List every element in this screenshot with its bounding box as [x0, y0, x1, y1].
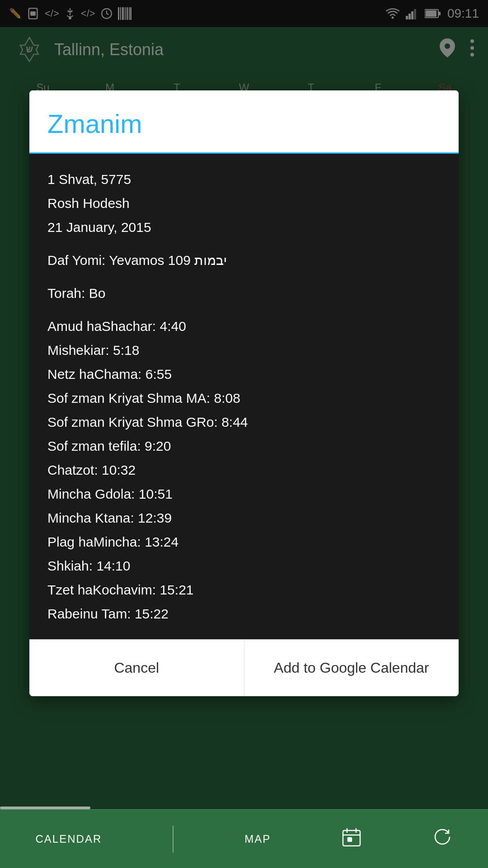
- refresh-icon: [432, 827, 452, 851]
- dialog-content: 1 Shvat, 5775 Rosh Hodesh 21 January, 20…: [29, 154, 459, 639]
- nav-calendar-label: CALENDAR: [36, 833, 102, 845]
- time-line-2: Netz haChama: 6:55: [47, 362, 441, 386]
- nav-item-map[interactable]: MAP: [244, 833, 271, 845]
- svg-rect-29: [348, 838, 352, 841]
- gregorian-date-line: 21 January, 2015: [47, 215, 441, 239]
- time-line-12: Rabeinu Tam: 15:22: [47, 602, 441, 626]
- torah-line: Torah: Bo: [47, 281, 441, 305]
- nav-item-calendar[interactable]: CALENDAR: [36, 833, 102, 845]
- time-line-6: Chatzot: 10:32: [47, 458, 441, 482]
- time-line-1: Mishekiar: 5:18: [47, 338, 441, 362]
- time-line-8: Mincha Ktana: 12:39: [47, 506, 441, 530]
- nav-item-refresh[interactable]: [432, 827, 452, 851]
- daf-yomi-line: Daf Yomi: Yevamos 109 יבמות: [47, 248, 441, 272]
- time-line-10: Shkiah: 14:10: [47, 554, 441, 578]
- time-line-9: Plag haMincha: 13:24: [47, 530, 441, 554]
- time-line-3: Sof zman Kriyat Shma MA: 8:08: [47, 386, 441, 410]
- dialog-actions: Cancel Add to Google Calendar: [29, 639, 459, 696]
- dialog-header: Zmanim: [29, 90, 459, 154]
- time-line-11: Tzet haKochavim: 15:21: [47, 578, 441, 602]
- nav-item-calendar-icon[interactable]: [342, 827, 361, 851]
- spacer-3: [47, 305, 441, 314]
- zmanim-dialog: Zmanim 1 Shvat, 5775 Rosh Hodesh 21 Janu…: [29, 90, 459, 696]
- hebrew-date-line: 1 Shvat, 5775: [47, 167, 441, 191]
- nav-divider: [173, 826, 174, 853]
- dialog-title: Zmanim: [47, 108, 441, 139]
- time-line-7: Mincha Gdola: 10:51: [47, 482, 441, 506]
- time-line-4: Sof zman Kriyat Shma GRo: 8:44: [47, 410, 441, 434]
- nav-map-label: MAP: [244, 833, 271, 845]
- times-container: Amud haShachar: 4:40Mishekiar: 5:18Netz …: [47, 314, 441, 626]
- scroll-indicator: [0, 807, 90, 809]
- cancel-button[interactable]: Cancel: [29, 640, 244, 696]
- time-line-5: Sof zman tefila: 9:20: [47, 434, 441, 458]
- time-line-0: Amud haShachar: 4:40: [47, 314, 441, 338]
- holiday-line: Rosh Hodesh: [47, 191, 441, 215]
- bottom-navigation: CALENDAR MAP: [0, 809, 488, 868]
- calendar-icon: [342, 827, 361, 851]
- spacer-2: [47, 272, 441, 281]
- add-calendar-button[interactable]: Add to Google Calendar: [244, 640, 459, 696]
- spacer-1: [47, 239, 441, 248]
